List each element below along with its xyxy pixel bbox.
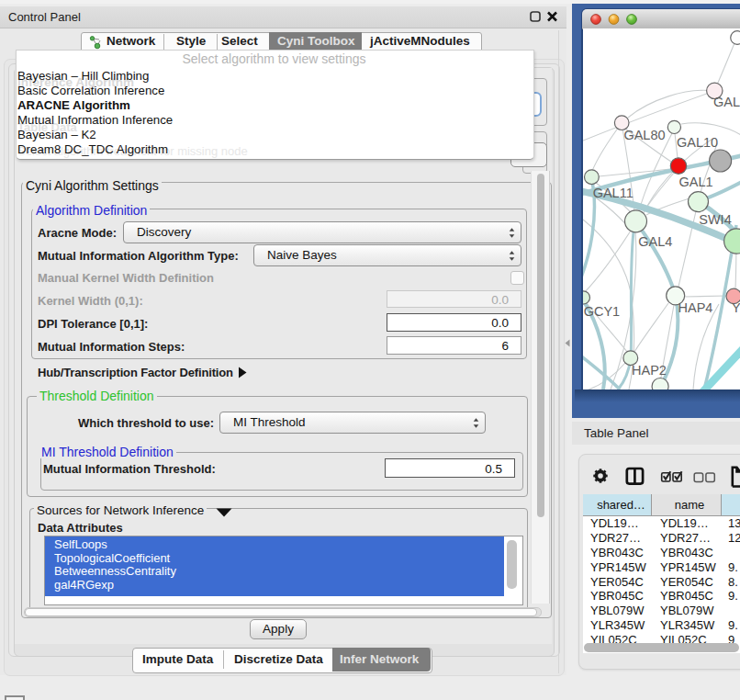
svg-text:HAP2: HAP2 xyxy=(632,363,667,378)
svg-text:GAL80: GAL80 xyxy=(623,128,665,142)
svg-text:YJ: YJ xyxy=(732,300,740,315)
svg-text:GCY1: GCY1 xyxy=(584,304,621,319)
svg-text:SWI4: SWI4 xyxy=(699,212,731,227)
svg-text:HAP4: HAP4 xyxy=(678,300,713,315)
svg-text:GAL10: GAL10 xyxy=(677,135,718,150)
svg-text:GAL1: GAL1 xyxy=(678,175,712,189)
svg-text:GAL7: GAL7 xyxy=(713,95,740,109)
svg-text:GAL4: GAL4 xyxy=(638,234,672,249)
svg-text:GAL11: GAL11 xyxy=(593,186,633,200)
